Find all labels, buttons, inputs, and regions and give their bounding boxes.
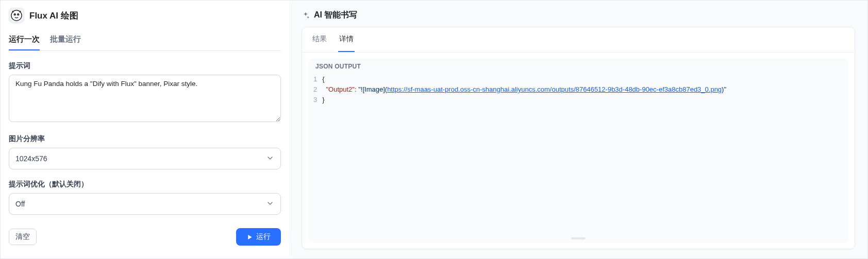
- right-header: AI 智能书写: [302, 10, 855, 21]
- line-number: 2: [313, 84, 317, 95]
- prompt-section: 提示词: [9, 61, 281, 124]
- json-output-url[interactable]: https://sf-maas-uat-prod.oss-cn-shanghai…: [387, 85, 722, 93]
- tab-run-once[interactable]: 运行一次: [9, 34, 40, 50]
- svg-point-4: [18, 14, 19, 15]
- output-card: 结果 详情 JSON OUTPUT 1 2 3 { "Output2": "![…: [302, 27, 855, 249]
- resolution-value: 1024x576: [15, 154, 47, 163]
- left-header: Flux AI 绘图: [9, 8, 281, 23]
- optimize-label: 提示词优化（默认关闭）: [9, 180, 281, 189]
- line-number: 1: [313, 74, 317, 84]
- left-panel: Flux AI 绘图 运行一次 批量运行 提示词 图片分辨率 1024x576 …: [1, 1, 289, 258]
- prompt-label: 提示词: [9, 61, 281, 71]
- json-key: "Output2": [326, 85, 355, 93]
- json-output-area: JSON OUTPUT 1 2 3 { "Output2": "![Image]…: [308, 59, 848, 243]
- run-button-label: 运行: [256, 232, 271, 241]
- app-title: Flux AI 绘图: [29, 10, 78, 22]
- sparkle-icon: [302, 11, 310, 20]
- svg-point-3: [14, 14, 15, 15]
- json-val-prefix: "![Image](: [358, 85, 387, 93]
- json-val-suffix: )": [722, 85, 726, 93]
- clear-button[interactable]: 清空: [9, 229, 37, 245]
- optimize-select[interactable]: Off: [9, 193, 281, 215]
- tab-batch-run[interactable]: 批量运行: [50, 34, 81, 50]
- left-tabs: 运行一次 批量运行: [9, 34, 281, 51]
- run-button[interactable]: 运行: [236, 228, 281, 246]
- json-code: 1 2 3 { "Output2": "![Image](https://sf-…: [308, 74, 848, 234]
- optimize-section: 提示词优化（默认关闭） Off: [9, 180, 281, 215]
- resolution-select[interactable]: 1024x576: [9, 148, 281, 169]
- chevron-down-icon: [266, 154, 274, 164]
- optimize-value: Off: [15, 200, 25, 208]
- right-title: AI 智能书写: [314, 10, 357, 21]
- tab-result[interactable]: 结果: [311, 27, 328, 52]
- code-content[interactable]: { "Output2": "![Image](https://sf-maas-u…: [322, 74, 731, 234]
- prompt-input[interactable]: [9, 75, 281, 122]
- json-heading: JSON OUTPUT: [308, 59, 848, 74]
- actions-row: 清空 运行: [9, 228, 281, 246]
- resolution-section: 图片分辨率 1024x576: [9, 134, 281, 169]
- play-icon: [246, 234, 253, 240]
- tab-details[interactable]: 详情: [338, 27, 355, 52]
- output-tabs: 结果 详情: [302, 27, 855, 53]
- app-icon: [9, 8, 24, 23]
- chevron-down-icon: [266, 199, 274, 209]
- resolution-label: 图片分辨率: [9, 134, 281, 144]
- line-gutter: 1 2 3: [308, 74, 322, 234]
- line-number: 3: [313, 95, 317, 105]
- resize-handle[interactable]: [571, 237, 586, 239]
- right-panel: AI 智能书写 结果 详情 JSON OUTPUT 1 2 3 { "Outpu…: [289, 1, 867, 258]
